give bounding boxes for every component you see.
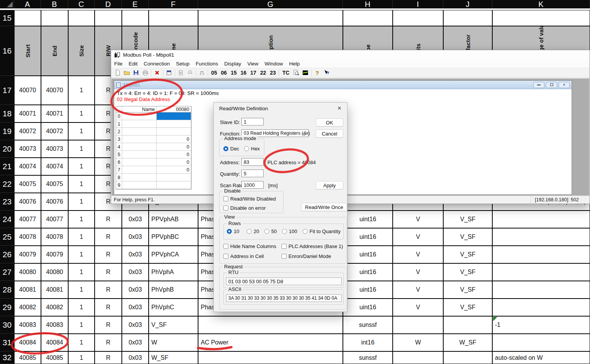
excel-cell[interactable] [393, 351, 443, 364]
excel-cell[interactable] [149, 10, 198, 26]
restore-button[interactable] [546, 82, 557, 88]
grid-row-number[interactable]: 2 [116, 128, 122, 135]
excel-cell[interactable]: 0x03 [122, 316, 149, 334]
excel-cell[interactable] [443, 10, 492, 26]
excel-cell[interactable]: auto-scaled on W [492, 351, 590, 364]
excel-cell[interactable]: 1 [68, 246, 95, 263]
cancel-button[interactable]: Cancel [316, 129, 343, 138]
excel-cell[interactable]: W_SF [149, 351, 198, 364]
row-header-24[interactable]: 24 [0, 211, 14, 228]
excel-cell[interactable] [393, 10, 443, 26]
apply-button[interactable]: Apply [316, 181, 343, 189]
excel-cell[interactable]: PhVphC [149, 299, 198, 316]
grid-value-cell[interactable]: 0 [157, 158, 191, 166]
excel-cell[interactable]: 40083 [41, 316, 68, 334]
enron-daniel-mode-checkbox[interactable] [282, 254, 287, 259]
plc-addresses-base-1--checkbox[interactable] [282, 244, 287, 249]
column-header-A[interactable]: A [14, 0, 41, 8]
row-header-23[interactable]: 23 [0, 193, 14, 211]
hex-radio[interactable] [244, 146, 249, 151]
toolbar-function-17-button[interactable]: 17 [248, 70, 258, 76]
print-button[interactable] [141, 69, 150, 77]
excel-cell[interactable]: 1 [68, 122, 95, 140]
excel-cell[interactable]: 40082 [14, 299, 41, 316]
excel-cell[interactable]: V_SF [443, 246, 492, 263]
grid-name-cell[interactable] [122, 166, 157, 174]
excel-header-cell[interactable]: Size [68, 26, 95, 76]
excel-cell[interactable]: AC Power [198, 334, 343, 351]
toolbar-function-23-button[interactable]: 23 [268, 70, 278, 76]
menu-setup[interactable]: Setup [173, 60, 192, 67]
context-help-button[interactable]: ? [322, 69, 331, 77]
excel-cell[interactable]: uint16 [343, 281, 393, 299]
excel-cell[interactable]: -1 [492, 316, 590, 334]
excel-cell[interactable]: sunssf [343, 316, 393, 334]
excel-cell[interactable]: 40081 [14, 281, 41, 299]
grid-name-cell[interactable] [122, 143, 157, 151]
minimize-button[interactable] [533, 82, 544, 88]
rows-100-radio[interactable] [282, 229, 287, 234]
excel-cell[interactable] [492, 281, 590, 299]
excel-cell[interactable] [492, 334, 590, 351]
column-header-G[interactable]: G [198, 0, 343, 8]
excel-cell[interactable]: 40075 [41, 175, 68, 193]
excel-cell[interactable]: 40081 [41, 281, 68, 299]
excel-cell[interactable] [492, 228, 590, 246]
excel-cell[interactable]: 1 [68, 158, 95, 175]
excel-cell[interactable]: 40080 [14, 263, 41, 281]
menu-connection[interactable]: Connection [141, 60, 173, 67]
excel-cell[interactable]: 40079 [41, 246, 68, 263]
excel-cell[interactable]: V [393, 228, 443, 246]
menu-window[interactable]: Window [261, 60, 286, 67]
excel-cell[interactable] [492, 263, 590, 281]
grid-row-number[interactable]: 3 [116, 135, 122, 143]
excel-cell[interactable]: 40082 [41, 299, 68, 316]
grid-name-header[interactable]: Name [122, 106, 157, 113]
excel-cell[interactable]: 1 [68, 105, 95, 122]
excel-cell[interactable] [492, 299, 590, 316]
grid-value-cell[interactable] [157, 120, 191, 128]
address-input[interactable]: 83 [241, 158, 264, 166]
close-icon[interactable]: × [559, 82, 570, 88]
grid-value-cell[interactable] [157, 113, 191, 120]
excel-cell[interactable]: 1 [68, 193, 95, 211]
excel-cell[interactable]: 1 [68, 334, 95, 351]
read-write-once-button[interactable]: Read/Write Once [301, 203, 347, 211]
column-header-J[interactable]: J [443, 0, 492, 8]
row-header-29[interactable]: 29 [0, 299, 14, 316]
excel-cell[interactable]: 1 [68, 175, 95, 193]
excel-cell[interactable]: V_SF [149, 316, 198, 334]
excel-cell[interactable]: W [149, 334, 198, 351]
grid-row-number[interactable]: 6 [116, 158, 122, 166]
excel-cell[interactable]: 1 [68, 140, 95, 158]
grid-row-number[interactable]: 7 [116, 166, 122, 174]
row-header-18[interactable]: 18 [0, 105, 14, 122]
row-header-20[interactable]: 20 [0, 140, 14, 158]
excel-cell[interactable]: 1 [68, 228, 95, 246]
excel-cell[interactable]: uint16 [343, 246, 393, 263]
save-button[interactable] [131, 69, 141, 77]
excel-cell[interactable]: R [95, 351, 122, 364]
excel-cell[interactable]: PPVphAB [149, 211, 198, 228]
excel-cell[interactable]: 0x03 [122, 246, 149, 263]
excel-cell[interactable]: sunssf [343, 351, 393, 364]
rows-20-radio[interactable] [247, 229, 252, 234]
grid-value-cell[interactable] [157, 128, 191, 135]
alarm-bell-button[interactable] [185, 69, 195, 77]
grid-row-number[interactable]: 5 [116, 151, 122, 158]
grid-value-cell[interactable]: 0 [157, 151, 191, 158]
excel-cell[interactable]: 40080 [41, 263, 68, 281]
row-header-30[interactable]: 30 [0, 316, 14, 334]
excel-cell[interactable]: 40084 [14, 334, 41, 351]
excel-cell[interactable] [14, 10, 41, 26]
excel-cell[interactable]: V [393, 211, 443, 228]
column-header-I[interactable]: I [393, 0, 443, 8]
excel-cell[interactable] [492, 10, 590, 26]
grid-name-cell[interactable] [122, 135, 157, 143]
column-header-F[interactable]: F [149, 0, 198, 8]
excel-cell[interactable]: W_SF [443, 334, 492, 351]
excel-cell[interactable]: 40078 [14, 228, 41, 246]
menu-display[interactable]: Display [221, 60, 244, 67]
excel-cell[interactable]: 40072 [14, 122, 41, 140]
excel-cell[interactable]: W [393, 334, 443, 351]
